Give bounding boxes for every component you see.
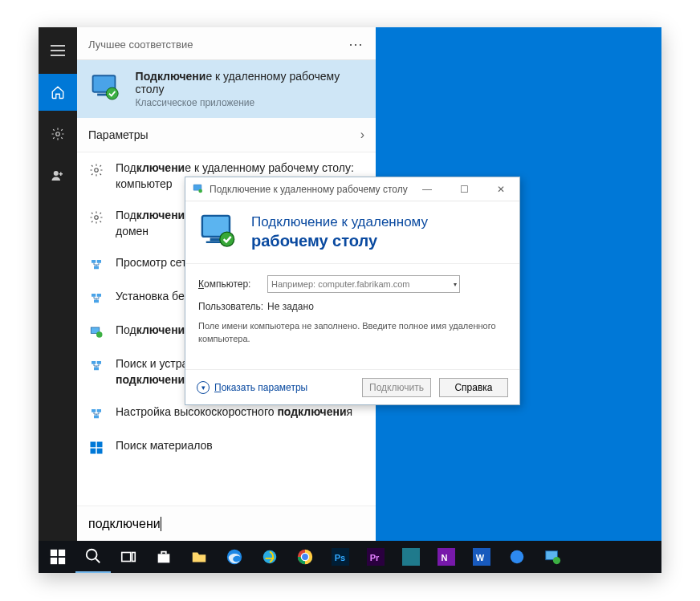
svg-text:W: W — [476, 553, 485, 562]
rdp-icon — [88, 324, 104, 340]
best-match-label: Лучшее соответствие — [88, 39, 193, 51]
photoshop-icon[interactable]: Ps — [323, 541, 358, 573]
connect-button[interactable]: Подключить — [362, 378, 431, 397]
svg-point-1 — [54, 171, 59, 176]
svg-rect-33 — [51, 558, 57, 564]
search-input-text: подключени — [88, 517, 161, 531]
svg-rect-7 — [92, 260, 96, 263]
rdp-titlebar-icon — [192, 183, 205, 196]
svg-point-6 — [95, 216, 99, 220]
svg-point-0 — [56, 132, 60, 136]
rdp-dialog: Подключение к удаленному рабочему столу … — [185, 177, 520, 405]
best-match-item[interactable]: Подключение к удаленному рабочему столу … — [77, 60, 376, 118]
expand-icon: ▾ — [197, 381, 210, 394]
svg-rect-36 — [122, 553, 131, 562]
svg-rect-11 — [97, 294, 101, 297]
search-result-item[interactable]: Поиск материалов — [77, 430, 376, 464]
maximize-button[interactable]: ☐ — [446, 177, 482, 201]
computer-label: Компьютер: — [198, 278, 267, 290]
svg-rect-49 — [402, 548, 420, 566]
computer-placeholder: Например: computer.fabrikam.com — [271, 279, 410, 289]
svg-point-30 — [220, 232, 234, 246]
rail-settings[interactable] — [39, 116, 77, 152]
close-button[interactable]: ✕ — [482, 177, 519, 201]
best-match-header: Лучшее соответствие ⋯ — [77, 27, 376, 60]
svg-rect-18 — [92, 409, 96, 412]
svg-text:N: N — [442, 553, 448, 562]
rail-user[interactable] — [39, 157, 77, 194]
svg-rect-12 — [94, 300, 99, 303]
svg-point-54 — [511, 550, 524, 564]
svg-rect-22 — [97, 441, 103, 447]
onenote-icon[interactable]: N — [429, 541, 464, 573]
params-header-label: Параметры — [88, 128, 149, 141]
search-box[interactable]: подключени — [77, 506, 376, 541]
net-icon — [88, 290, 104, 307]
svg-rect-16 — [97, 361, 101, 364]
chevron-right-icon: › — [360, 128, 364, 142]
svg-rect-20 — [94, 415, 99, 418]
rdp-taskbar-icon[interactable] — [535, 541, 570, 573]
win-icon — [88, 440, 104, 456]
taskview-button[interactable] — [111, 541, 146, 573]
ie-icon[interactable] — [252, 541, 287, 573]
rdp-heading-line2: рабочему столу — [251, 231, 428, 251]
svg-point-4 — [106, 87, 118, 99]
best-match-title: Подключение к удаленному рабочему столу — [136, 70, 364, 95]
params-header[interactable]: Параметры › — [77, 118, 376, 152]
svg-rect-9 — [94, 266, 99, 270]
rdp-app-icon — [88, 71, 124, 108]
svg-text:Ps: Ps — [335, 553, 345, 562]
chrome-icon[interactable] — [287, 541, 323, 573]
net-icon — [88, 257, 104, 273]
more-icon[interactable]: ⋯ — [348, 35, 364, 53]
svg-point-5 — [95, 169, 99, 173]
rdp-info-text: Поле имени компьютера не заполнено. Введ… — [198, 320, 507, 346]
rdp-header: Подключение к удаленному рабочему столу — [185, 201, 519, 264]
svg-rect-23 — [91, 448, 96, 453]
svg-rect-32 — [59, 550, 65, 556]
user-value: Не задано — [267, 301, 314, 312]
app-icon-2[interactable] — [499, 541, 535, 573]
start-button[interactable] — [40, 541, 75, 573]
svg-rect-31 — [51, 550, 57, 556]
svg-rect-8 — [97, 260, 101, 263]
premiere-icon[interactable]: Pr — [358, 541, 393, 573]
menu-hamburger[interactable] — [39, 32, 77, 69]
svg-rect-21 — [91, 441, 96, 447]
svg-point-56 — [553, 557, 560, 564]
start-rail — [39, 27, 77, 541]
svg-text:Pr: Pr — [370, 553, 380, 562]
svg-rect-15 — [92, 361, 96, 364]
taskbar: Ps Pr N W — [39, 541, 661, 573]
svg-rect-24 — [97, 448, 103, 453]
svg-point-26 — [198, 189, 202, 193]
edge-icon[interactable] — [217, 541, 252, 573]
user-label: Пользователь: — [198, 301, 267, 312]
svg-point-14 — [96, 332, 103, 339]
app-icon-1[interactable] — [393, 541, 429, 573]
rdp-titlebar[interactable]: Подключение к удаленному рабочему столу … — [185, 177, 519, 201]
help-button[interactable]: Справка — [439, 378, 508, 397]
word-icon[interactable]: W — [464, 541, 499, 573]
svg-rect-34 — [59, 558, 65, 564]
dropdown-icon: ▾ — [454, 281, 457, 288]
svg-rect-19 — [97, 409, 101, 412]
net-icon — [88, 358, 104, 374]
search-button[interactable] — [75, 541, 111, 573]
rail-home[interactable] — [39, 74, 77, 111]
computer-combobox[interactable]: Например: computer.fabrikam.com ▾ — [267, 275, 460, 293]
store-icon[interactable] — [146, 541, 181, 573]
minimize-button[interactable]: — — [409, 177, 446, 201]
best-match-subtitle: Классическое приложение — [136, 97, 364, 108]
result-text: Поиск материалов — [116, 438, 213, 454]
rdp-header-icon — [198, 212, 240, 254]
show-options-link[interactable]: ▾ Показать параметры — [197, 381, 354, 394]
rdp-titlebar-text: Подключение к удаленному рабочему столу — [210, 184, 409, 195]
gear-icon — [88, 162, 104, 178]
svg-point-35 — [87, 550, 97, 560]
explorer-icon[interactable] — [181, 541, 217, 573]
net-icon — [88, 406, 104, 422]
svg-rect-37 — [132, 553, 136, 562]
rdp-heading-line1: Подключение к удаленному — [251, 213, 428, 230]
